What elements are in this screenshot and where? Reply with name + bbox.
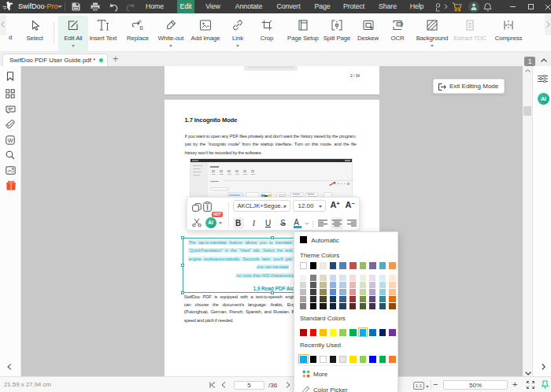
svg-text:A: A	[139, 20, 142, 24]
svg-text:B: B	[140, 25, 143, 31]
svg-text:1:1: 1:1	[416, 383, 423, 388]
svg-text:OCR: OCR	[398, 23, 404, 26]
svg-text:W: W	[8, 138, 13, 143]
